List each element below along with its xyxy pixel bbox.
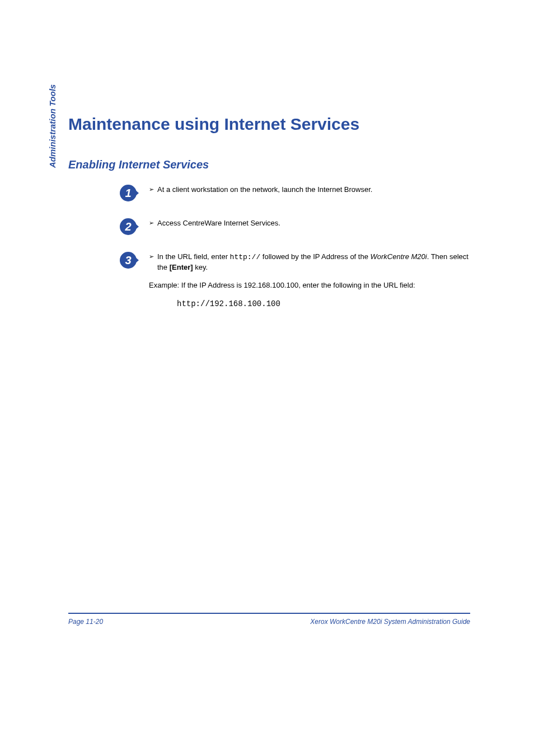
bullet-icon: ➢ [149,219,154,227]
footer-document-title: Xerox WorkCentre M20i System Administrat… [310,618,470,626]
step-3-example: Example: If the IP Address is 192.168.10… [149,280,475,290]
step-badge-2: 2 [120,218,137,235]
step-1-text: At a client workstation on the network, … [157,185,372,195]
step-3-text: In the URL field, enter http:// followed… [157,252,475,273]
step-1-content: ➢ At a client workstation on the network… [149,185,475,195]
step-3-url: http://192.168.100.100 [177,299,475,310]
step-badge-1: 1 [120,185,137,201]
step-3: 3 ➢ In the URL field, enter http:// foll… [120,252,475,309]
section-heading: Enabling Internet Services [68,158,209,171]
bullet-icon: ➢ [149,252,154,261]
bullet-icon: ➢ [149,185,154,194]
step-3-content: ➢ In the URL field, enter http:// follow… [149,252,475,309]
footer-page-number: Page 11-20 [68,618,103,626]
step-2: 2 ➢ Access CentreWare Internet Services. [120,218,475,235]
sidebar-section-label: Administration Tools [48,84,57,168]
step-2-text: Access CentreWare Internet Services. [157,218,280,228]
step-badge-3: 3 [120,252,137,269]
footer-divider [68,613,470,614]
step-1: 1 ➢ At a client workstation on the netwo… [120,185,475,201]
page-title: Maintenance using Internet Services [68,115,359,134]
step-2-content: ➢ Access CentreWare Internet Services. [149,218,475,228]
